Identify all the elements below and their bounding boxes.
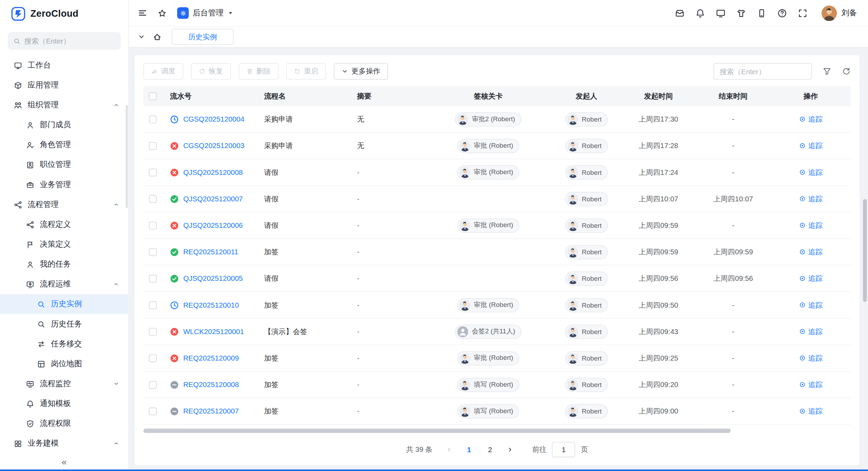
track-link[interactable]: 追踪	[799, 167, 822, 177]
serial-link[interactable]: QJSQ2025120005	[183, 275, 243, 283]
track-link[interactable]: 追踪	[799, 273, 822, 284]
sidebar-item-19[interactable]: 业务建模	[0, 433, 128, 453]
sidebar-item-1[interactable]: 应用管理	[0, 75, 128, 95]
user-chip: Robert	[565, 165, 608, 179]
tab-history-instances[interactable]: 历史实例	[172, 29, 234, 45]
row-checkbox[interactable]	[149, 142, 157, 149]
sidebar-item-13[interactable]: 历史任务	[0, 314, 128, 334]
sidebar-scrollbar[interactable]	[126, 105, 128, 208]
more-actions-button[interactable]: 更多操作	[334, 63, 388, 80]
col-process: 流程名	[259, 91, 353, 101]
row-checkbox[interactable]	[149, 354, 157, 362]
row-checkbox[interactable]	[149, 381, 157, 388]
serial-link[interactable]: QJSQ2025120006	[183, 221, 243, 230]
sidebar-item-18[interactable]: 流程权限	[0, 414, 128, 433]
sidebar-item-16[interactable]: 流程监控	[0, 374, 128, 394]
theme-shirt-icon[interactable]	[736, 8, 746, 18]
col-start-time: 发起时间	[621, 91, 696, 101]
row-checkbox[interactable]	[149, 195, 157, 203]
track-link[interactable]: 追踪	[799, 221, 822, 231]
delete-button[interactable]: 删除	[239, 63, 278, 80]
home-icon[interactable]	[153, 32, 161, 41]
sidebar-item-17[interactable]: 通知模板	[0, 394, 128, 414]
track-link[interactable]: 追踪	[799, 194, 822, 204]
serial-link[interactable]: QJSQ2025120008	[183, 168, 243, 177]
bell-icon[interactable]	[695, 8, 705, 18]
row-checkbox[interactable]	[149, 222, 157, 229]
restore-button[interactable]: 恢复	[191, 63, 231, 80]
user-chip: 审批 (Robert)	[457, 298, 519, 312]
serial-link[interactable]: REQ2025120007	[183, 407, 239, 416]
serial-link[interactable]: CGSQ2025120003	[183, 142, 244, 150]
sidebar-item-14[interactable]: 任务移交	[0, 334, 128, 354]
screen-share-icon[interactable]	[716, 8, 726, 18]
page-button-1[interactable]: 1	[461, 442, 477, 457]
track-link[interactable]: 追踪	[799, 406, 822, 416]
serial-link[interactable]: REQ2025120011	[183, 248, 238, 256]
col-actions: 操作	[771, 91, 851, 101]
track-link[interactable]: 追踪	[799, 327, 822, 337]
track-link[interactable]: 追踪	[799, 247, 822, 257]
sidebar-item-5[interactable]: 职位管理	[0, 155, 128, 175]
dispatch-button[interactable]: 调度	[143, 63, 183, 80]
next-page-button[interactable]: ›	[503, 445, 516, 454]
table-search-input[interactable]	[719, 67, 806, 76]
sidebar-item-0[interactable]: 工作台	[0, 55, 128, 75]
favorite-star-icon[interactable]	[158, 9, 166, 17]
select-all-checkbox[interactable]	[149, 92, 157, 100]
filter-icon[interactable]	[823, 67, 831, 76]
refresh-icon[interactable]	[842, 67, 851, 76]
tabs-dropdown-icon[interactable]	[138, 33, 145, 40]
sidebar-item-11[interactable]: 流程运维	[0, 274, 128, 294]
horizontal-scrollbar-thumb[interactable]	[143, 428, 731, 433]
sidebar-collapse-button[interactable]: «	[0, 454, 128, 471]
sidebar-item-2[interactable]: 组织管理	[0, 95, 128, 115]
row-checkbox[interactable]	[149, 115, 157, 123]
restart-button[interactable]: 重启	[286, 63, 326, 80]
table-search[interactable]	[714, 63, 812, 80]
serial-link[interactable]: CGSQ2025120004	[183, 115, 244, 123]
row-checkbox[interactable]	[149, 407, 157, 415]
help-icon[interactable]	[777, 8, 787, 18]
sidebar-search[interactable]	[8, 32, 121, 50]
grid-icon	[14, 439, 22, 448]
user-menu[interactable]: 刘备	[822, 5, 857, 21]
page-scrollbar-thumb[interactable]	[863, 199, 867, 302]
row-checkbox[interactable]	[149, 275, 157, 282]
sidebar-item-12[interactable]: 历史实例	[0, 294, 128, 314]
workspace-switcher[interactable]: 后台管理	[177, 7, 234, 19]
serial-link[interactable]: QJSQ2025120007	[183, 195, 243, 203]
menu-toggle-icon[interactable]	[138, 8, 147, 18]
serial-link[interactable]: REQ2025120008	[183, 380, 239, 389]
track-link[interactable]: 追踪	[799, 380, 822, 390]
row-checkbox[interactable]	[149, 248, 157, 256]
sidebar-item-9[interactable]: 决策定义	[0, 234, 128, 254]
logo: ZeroCloud	[0, 0, 128, 28]
track-link[interactable]: 追踪	[799, 114, 822, 124]
serial-link[interactable]: REQ2025120009	[183, 354, 239, 362]
prev-page-button[interactable]: ‹	[443, 445, 456, 454]
start-time: 上周四10:07	[621, 194, 696, 204]
sidebar-item-8[interactable]: 流程定义	[0, 215, 128, 234]
track-link[interactable]: 追踪	[799, 353, 822, 363]
row-checkbox[interactable]	[149, 169, 157, 176]
serial-link[interactable]: REQ2025120010	[183, 301, 239, 309]
fullscreen-icon[interactable]	[798, 8, 808, 18]
row-checkbox[interactable]	[149, 301, 157, 309]
sidebar-search-input[interactable]	[24, 37, 115, 45]
page-button-2[interactable]: 2	[482, 442, 498, 457]
sidebar-item-3[interactable]: 部门成员	[0, 115, 128, 135]
track-link[interactable]: 追踪	[799, 141, 822, 151]
serial-link[interactable]: WLCK2025120001	[183, 327, 244, 336]
sidebar-item-10[interactable]: 我的任务	[0, 254, 128, 274]
sidebar-item-7[interactable]: 流程管理	[0, 195, 128, 215]
row-checkbox[interactable]	[149, 328, 157, 335]
inbox-icon[interactable]	[675, 8, 685, 18]
mobile-icon[interactable]	[757, 8, 767, 18]
goto-page-input[interactable]	[552, 442, 575, 457]
sidebar-item-4[interactable]: 角色管理	[0, 135, 128, 155]
track-link[interactable]: 追踪	[799, 300, 822, 310]
sidebar-item-6[interactable]: 业务管理	[0, 175, 128, 195]
initiator-cell: Robert	[552, 112, 621, 126]
sidebar-item-15[interactable]: 岗位地图	[0, 354, 128, 374]
